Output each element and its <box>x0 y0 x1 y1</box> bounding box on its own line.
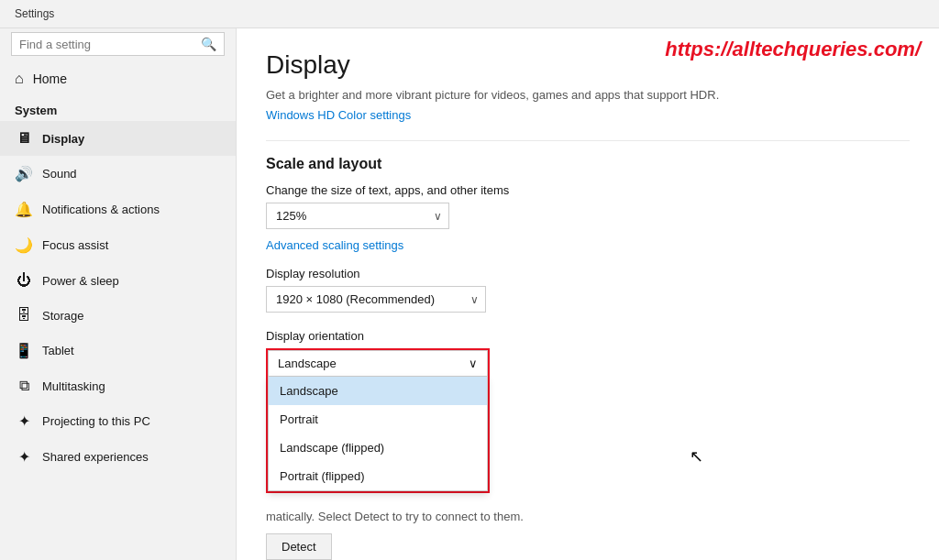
resolution-select[interactable]: 1920 × 1080 (Recommended) 1280 × 720 160… <box>266 286 486 313</box>
sidebar-item-focus[interactable]: 🌙 Focus assist <box>0 227 236 263</box>
resolution-select-wrapper[interactable]: 1920 × 1080 (Recommended) 1280 × 720 160… <box>266 286 486 313</box>
orientation-option-landscape[interactable]: Landscape <box>269 377 487 405</box>
home-icon: ⌂ <box>15 71 24 87</box>
sidebar-item-label-tablet: Tablet <box>42 344 74 357</box>
search-input[interactable] <box>19 38 201 51</box>
orientation-label: Display orientation <box>266 329 910 343</box>
title-bar-label: Settings <box>15 7 54 20</box>
notifications-icon: 🔔 <box>15 201 33 218</box>
sidebar-search-box[interactable]: 🔍 <box>11 32 225 56</box>
sidebar-item-label-display: Display <box>42 132 84 146</box>
hdr-description: Get a brighter and more vibrant picture … <box>266 87 910 104</box>
orientation-dropdown-list: Landscape Portrait Landscape (flipped) P… <box>268 377 488 491</box>
sidebar-item-label-sound: Sound <box>42 167 77 181</box>
sound-icon: 🔊 <box>15 165 33 182</box>
display-icon: 🖥 <box>15 130 33 147</box>
sidebar-item-sound[interactable]: 🔊 Sound <box>0 156 236 192</box>
sidebar: 🔍 ⌂ Home System 🖥 Display 🔊 Sound 🔔 Noti… <box>0 28 237 560</box>
hdr-link[interactable]: Windows HD Color settings <box>266 108 411 122</box>
sidebar-item-label-notifications: Notifications & actions <box>42 203 160 216</box>
scale-select[interactable]: 125% 100% 150% 175% <box>266 203 449 229</box>
multitasking-icon: ⧉ <box>15 378 33 394</box>
main-content: https://alltechqueries.com/ Display Get … <box>237 28 939 560</box>
scale-section-title: Scale and layout <box>266 140 910 172</box>
orientation-chevron-icon: ∨ <box>469 357 478 370</box>
system-section-title: System <box>0 94 236 121</box>
orientation-option-landscape-flipped[interactable]: Landscape (flipped) <box>269 434 487 462</box>
sidebar-item-label-storage: Storage <box>42 309 84 323</box>
detect-button[interactable]: Detect <box>266 533 332 560</box>
watermark: https://alltechqueries.com/ <box>665 38 921 61</box>
orientation-option-portrait[interactable]: Portrait <box>269 405 487 434</box>
sidebar-item-power[interactable]: ⏻ Power & sleep <box>0 263 236 298</box>
scale-select-wrapper[interactable]: 125% 100% 150% 175% ∨ <box>266 203 449 229</box>
scale-label: Change the size of text, apps, and other… <box>266 183 910 197</box>
sidebar-item-label-focus: Focus assist <box>42 238 108 252</box>
resolution-label: Display resolution <box>266 267 910 280</box>
home-label: Home <box>33 71 67 86</box>
tablet-icon: 📱 <box>15 342 33 359</box>
sidebar-item-tablet[interactable]: 📱 Tablet <box>0 333 236 368</box>
orientation-section: Display orientation Landscape ∨ Landscap… <box>266 329 910 493</box>
advanced-scaling-link[interactable]: Advanced scaling settings <box>266 238 910 252</box>
orientation-selected-value: Landscape <box>278 357 337 370</box>
focus-icon: 🌙 <box>15 236 33 254</box>
sidebar-item-storage[interactable]: 🗄 Storage <box>0 298 236 333</box>
search-icon: 🔍 <box>201 37 216 51</box>
storage-icon: 🗄 <box>15 307 33 324</box>
sidebar-item-display[interactable]: 🖥 Display <box>0 121 236 156</box>
sidebar-item-notifications[interactable]: 🔔 Notifications & actions <box>0 192 236 227</box>
shared-icon: ✦ <box>15 448 33 466</box>
orientation-option-portrait-flipped[interactable]: Portrait (flipped) <box>269 462 487 490</box>
orientation-dropdown-trigger[interactable]: Landscape ∨ <box>268 350 488 377</box>
sidebar-item-label-multitasking: Multitasking <box>42 379 105 393</box>
title-bar: Settings <box>0 0 939 28</box>
sidebar-item-home[interactable]: ⌂ Home <box>0 63 236 94</box>
app-container: 🔍 ⌂ Home System 🖥 Display 🔊 Sound 🔔 Noti… <box>0 28 939 560</box>
sidebar-item-label-power: Power & sleep <box>42 274 119 288</box>
sidebar-item-multitasking[interactable]: ⧉ Multitasking <box>0 368 236 403</box>
detect-description: matically. Select Detect to try to conne… <box>266 510 524 523</box>
power-icon: ⏻ <box>15 272 33 289</box>
sidebar-item-label-shared: Shared experiences <box>42 450 149 464</box>
sidebar-item-label-projecting: Projecting to this PC <box>42 414 150 428</box>
orientation-dropdown-container: Landscape ∨ Landscape Portrait Landscape… <box>266 348 490 493</box>
detect-section: matically. Select Detect to try to conne… <box>266 508 910 560</box>
sidebar-item-projecting[interactable]: ✦ Projecting to this PC <box>0 403 236 439</box>
sidebar-item-shared[interactable]: ✦ Shared experiences <box>0 439 236 475</box>
projecting-icon: ✦ <box>15 412 33 430</box>
